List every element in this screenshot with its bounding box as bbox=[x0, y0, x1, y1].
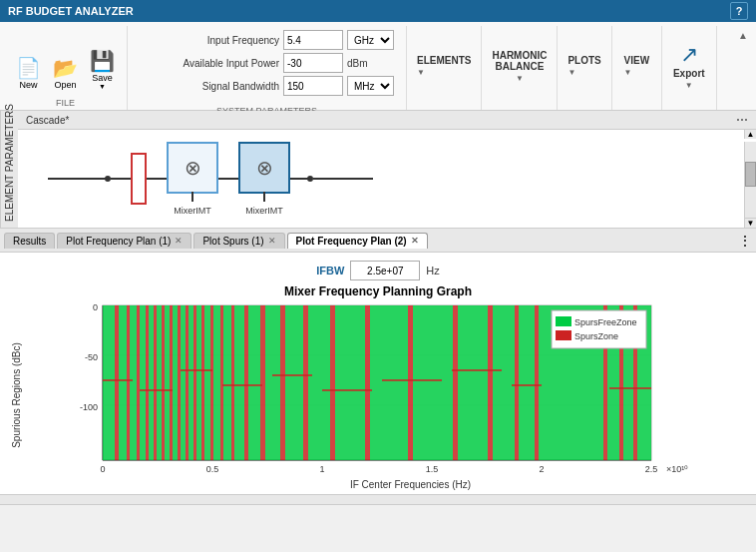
tab-spurs-1-close[interactable]: ✕ bbox=[268, 236, 276, 246]
svg-rect-51 bbox=[308, 305, 330, 460]
svg-text:0: 0 bbox=[100, 464, 105, 474]
svg-rect-63 bbox=[519, 305, 535, 460]
svg-rect-37 bbox=[204, 305, 210, 460]
canvas-area: Cascade* ⋯ ▲ ⊗ bbox=[18, 111, 756, 228]
new-icon: 📄 bbox=[16, 58, 41, 78]
signal-bandwidth-field[interactable] bbox=[283, 76, 343, 96]
svg-rect-32 bbox=[186, 305, 189, 460]
mixer-2-port-line bbox=[263, 192, 265, 202]
ifbw-row: IFBW Hz bbox=[8, 261, 748, 280]
mixer-2-block[interactable]: ⊗ bbox=[238, 142, 290, 194]
signal-bandwidth-unit[interactable]: MHzGHz bbox=[347, 76, 394, 96]
export-section[interactable]: ↗ Export ▼ bbox=[662, 26, 717, 110]
ribbon-group-file: 📄 New 📂 Open 💾 Save ▼ FILE bbox=[4, 26, 128, 110]
elements-section[interactable]: ELEMENTS ▼ bbox=[407, 26, 482, 110]
svg-rect-57 bbox=[413, 305, 453, 460]
svg-rect-26 bbox=[162, 305, 165, 460]
input-frequency-field[interactable] bbox=[283, 30, 343, 50]
input-power-field[interactable] bbox=[283, 53, 343, 73]
tab-results-label: Results bbox=[13, 236, 46, 247]
wire-left bbox=[48, 178, 108, 180]
signal-bandwidth-label: Signal Bandwidth bbox=[140, 81, 279, 92]
svg-text:SpursZone: SpursZone bbox=[574, 331, 618, 341]
svg-rect-15 bbox=[103, 305, 115, 460]
ifbw-unit: Hz bbox=[426, 265, 439, 276]
wire-mid2 bbox=[147, 178, 167, 180]
cascade-tab-label: Cascade* bbox=[26, 115, 69, 126]
input-frequency-label: Input Frequency bbox=[140, 35, 279, 46]
new-button[interactable]: 📄 New bbox=[12, 56, 45, 92]
svg-rect-39 bbox=[213, 305, 220, 460]
scroll-down-button[interactable]: ▼ bbox=[744, 218, 756, 228]
svg-text:-50: -50 bbox=[85, 352, 98, 362]
ifbw-input[interactable] bbox=[350, 261, 420, 280]
plots-section[interactable]: PLOTS ▼ bbox=[558, 26, 611, 110]
scrollbar-h[interactable] bbox=[0, 494, 756, 504]
svg-rect-43 bbox=[234, 305, 244, 460]
export-icon: ↗ bbox=[680, 42, 698, 68]
open-icon: 📂 bbox=[53, 58, 78, 78]
save-button[interactable]: 💾 Save ▼ bbox=[86, 49, 119, 92]
mixer-1-block[interactable]: ⊗ bbox=[167, 142, 218, 194]
svg-text:0.5: 0.5 bbox=[206, 464, 219, 474]
tab-freq-plan-1-close[interactable]: ✕ bbox=[175, 236, 183, 246]
svg-rect-20 bbox=[137, 305, 140, 460]
svg-rect-25 bbox=[157, 305, 162, 460]
source-block bbox=[131, 153, 147, 205]
harmonic-balance-section[interactable]: HARMONICBALANCE ▼ bbox=[482, 26, 558, 110]
canvas-tab[interactable]: Cascade* ⋯ bbox=[18, 111, 756, 130]
canvas-menu[interactable]: ⋯ bbox=[736, 113, 748, 127]
ribbon-collapse[interactable]: ▲ bbox=[738, 26, 752, 110]
tab-freq-plan-2[interactable]: Plot Frequency Plan (2) ✕ bbox=[287, 233, 428, 249]
scrollbar-v[interactable] bbox=[744, 142, 756, 228]
view-section[interactable]: VIEW ▼ bbox=[612, 26, 662, 110]
svg-rect-58 bbox=[453, 305, 458, 460]
signal-bandwidth-row: Signal Bandwidth MHzGHz bbox=[140, 76, 394, 96]
tab-freq-plan-1[interactable]: Plot Frequency Plan (1) ✕ bbox=[57, 233, 191, 249]
input-frequency-row: Input Frequency GHzMHz bbox=[140, 30, 394, 50]
system-parameters-panel: Input Frequency GHzMHz Available Input P… bbox=[136, 26, 398, 100]
save-label: Save bbox=[92, 73, 113, 83]
tab-spurs-1[interactable]: Plot Spurs (1) ✕ bbox=[193, 233, 284, 249]
svg-rect-47 bbox=[265, 305, 280, 460]
svg-rect-44 bbox=[244, 305, 248, 460]
svg-rect-61 bbox=[493, 305, 515, 460]
tabs-menu-button[interactable]: ⋮ bbox=[738, 233, 752, 249]
mixer-2-symbol: ⊗ bbox=[256, 156, 273, 180]
svg-rect-45 bbox=[248, 305, 260, 460]
svg-text:SpursFreeZone: SpursFreeZone bbox=[574, 317, 637, 327]
input-power-label: Available Input Power bbox=[140, 58, 279, 69]
svg-rect-33 bbox=[189, 305, 193, 460]
open-button[interactable]: 📂 Open bbox=[49, 56, 82, 92]
scroll-up-button[interactable]: ▲ bbox=[744, 130, 756, 139]
file-group-label: FILE bbox=[56, 96, 75, 110]
svg-rect-35 bbox=[196, 305, 201, 460]
svg-rect-48 bbox=[280, 305, 285, 460]
plots-label: PLOTS bbox=[567, 55, 600, 66]
svg-text:×10¹⁰: ×10¹⁰ bbox=[666, 464, 688, 474]
svg-rect-52 bbox=[330, 305, 335, 460]
svg-rect-21 bbox=[140, 305, 146, 460]
new-label: New bbox=[19, 80, 37, 90]
mixer-1-port-line bbox=[191, 192, 193, 202]
svg-rect-46 bbox=[260, 305, 265, 460]
svg-rect-38 bbox=[210, 305, 213, 460]
tabs-bar: Results Plot Frequency Plan (1) ✕ Plot S… bbox=[0, 229, 756, 253]
chart-svg: 0 -50 -100 0 0.5 1 1.5 2 2.5 ×10¹⁰ bbox=[63, 300, 701, 485]
mixer-1-label: MixerIMT bbox=[174, 206, 211, 216]
plot-area: IFBW Hz Mixer Frequency Planning Graph S… bbox=[0, 253, 756, 494]
circuit-diagram: ⊗ MixerIMT ⊗ MixerIMT bbox=[48, 142, 373, 216]
tab-spurs-1-label: Plot Spurs (1) bbox=[202, 236, 263, 247]
input-frequency-unit[interactable]: GHzMHz bbox=[347, 30, 394, 50]
svg-rect-17 bbox=[119, 305, 127, 460]
open-label: Open bbox=[54, 80, 76, 90]
tab-freq-plan-2-close[interactable]: ✕ bbox=[411, 236, 419, 246]
svg-rect-23 bbox=[149, 305, 154, 460]
svg-text:2.5: 2.5 bbox=[645, 464, 658, 474]
svg-rect-56 bbox=[408, 305, 413, 460]
scrollbar-thumb[interactable] bbox=[745, 162, 756, 187]
elements-arrow: ▼ bbox=[417, 68, 471, 77]
help-button[interactable]: ? bbox=[730, 2, 748, 20]
tab-results[interactable]: Results bbox=[4, 233, 55, 249]
svg-rect-55 bbox=[370, 305, 408, 460]
